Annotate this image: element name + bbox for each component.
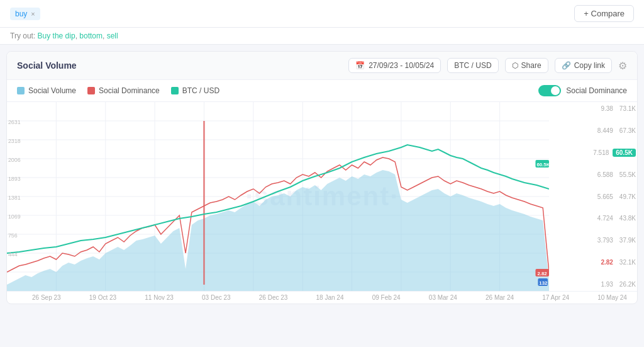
y-tick-6: 4.724 43.8K [549,215,637,222]
try-out-link-bottom[interactable]: bottom [79,31,103,40]
x-label-3: 11 Nov 23 [145,294,174,301]
svg-text:1893: 1893 [8,176,21,182]
x-label-7: 09 Feb 24 [372,294,401,301]
svg-text:132: 132 [539,280,548,286]
x-label-10: 17 Apr 24 [542,294,569,301]
copy-label: Copy link [574,61,605,70]
svg-text:2.82: 2.82 [537,271,547,276]
svg-text:2318: 2318 [8,138,21,144]
y-axis-right: 9.38 73.1K 8.449 67.3K 7.518 60.5K 6.588… [549,102,637,291]
legend-dot-red [87,87,95,94]
chart-svg: 2631 2318 2006 1893 1381 1069 756 444 60… [7,102,549,291]
legend-social-volume-label: Social Volume [28,86,76,95]
try-out-text: Try out: [10,31,35,40]
x-label-11: 10 May 24 [597,294,627,301]
legend-dot-green [171,87,179,94]
chart-area: ·santiment· [7,102,637,291]
toggle-row: Social Dominance [538,85,627,96]
chart-section: Social Volume 📅 27/09/23 - 10/05/24 BTC … [6,51,638,304]
legend-btc-usd-label: BTC / USD [182,86,219,95]
settings-button[interactable]: ⚙ [618,60,627,72]
x-label-5: 26 Dec 23 [259,294,288,301]
y-tick-9: 1.93 26.2K [549,281,637,288]
x-label-1: 26 Sep 23 [32,294,61,301]
x-label-4: 03 Dec 23 [202,294,231,301]
y-tick-3: 7.518 60.5K [549,149,637,156]
date-range-picker[interactable]: 📅 27/09/23 - 10/05/24 [348,58,441,73]
try-out-link-buy-dip[interactable]: Buy the dip [38,31,75,40]
svg-marker-19 [7,170,549,291]
x-axis: 26 Sep 23 19 Oct 23 11 Nov 23 03 Dec 23 … [7,291,637,304]
buy-tag[interactable]: buy × [10,8,40,20]
tag-close-icon[interactable]: × [31,10,35,18]
try-out-bar: Try out: Buy the dip, bottom, sell [0,28,644,45]
copy-icon: 🔗 [562,61,571,70]
legend-row: Social Volume Social Dominance BTC / USD… [7,80,637,102]
legend-btc-usd: BTC / USD [171,86,219,95]
share-icon: ⬡ [512,61,518,70]
legend-social-dominance: Social Dominance [87,86,160,95]
btc-usd-button[interactable]: BTC / USD [447,58,498,73]
toggle-label: Social Dominance [566,86,627,95]
svg-text:2631: 2631 [8,119,21,125]
x-label-6: 18 Jan 24 [316,294,344,301]
legend-social-volume: Social Volume [17,86,76,95]
social-dominance-toggle[interactable] [538,85,561,96]
tag-row: buy × [10,8,40,20]
legend-social-dominance-label: Social Dominance [99,86,160,95]
y-tick-8: 2.82 32.1K [549,259,637,266]
svg-text:444: 444 [8,251,18,258]
date-range-text: 27/09/23 - 10/05/24 [369,61,434,70]
share-button[interactable]: ⬡ Share [505,58,548,73]
chart-title: Social Volume [17,60,77,71]
y-tick-4: 6.588 55.5K [549,171,637,178]
legend-dot-cyan [17,87,25,94]
y-tick-1: 9.38 73.1K [549,105,637,112]
x-label-2: 19 Oct 23 [89,294,116,301]
tag-label: buy [15,9,27,18]
legend-items: Social Volume Social Dominance BTC / USD [17,86,219,95]
compare-button[interactable]: + Compare [574,5,634,22]
x-label-8: 03 Mar 24 [429,294,457,301]
x-label-9: 26 Mar 24 [486,294,514,301]
share-label: Share [521,61,541,70]
svg-text:2006: 2006 [8,157,21,163]
svg-text:1069: 1069 [8,213,21,220]
chart-controls: 📅 27/09/23 - 10/05/24 BTC / USD ⬡ Share … [348,58,627,73]
calendar-icon: 📅 [355,61,365,70]
chart-header: Social Volume 📅 27/09/23 - 10/05/24 BTC … [7,52,637,80]
y-tick-7: 3.793 37.9K [549,237,637,244]
svg-text:60.5K: 60.5K [536,162,549,168]
top-bar: buy × + Compare [0,0,644,28]
copy-link-button[interactable]: 🔗 Copy link [555,58,612,73]
y-tick-2: 8.449 67.3K [549,127,637,134]
y-tick-5: 5.665 49.7K [549,193,637,200]
try-out-link-sell[interactable]: sell [107,31,118,40]
svg-text:1381: 1381 [8,195,21,201]
svg-text:756: 756 [8,232,18,239]
